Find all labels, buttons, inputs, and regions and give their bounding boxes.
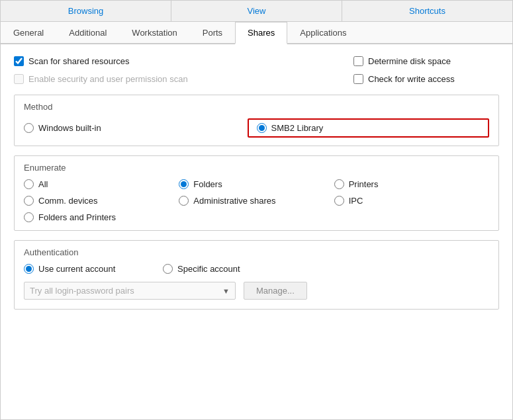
enumerate-grid: All Folders Printers Comm. devices Admin… [24,179,489,222]
enumerate-printers-radio[interactable] [334,179,344,189]
enumerate-folders-radio[interactable] [179,179,189,189]
tab-top-view[interactable]: View [171,1,342,21]
authentication-title: Authentication [24,247,489,257]
login-password-dropdown[interactable]: Try all login-password pairs ▼ [24,282,236,300]
authentication-section: Authentication Use current account Speci… [14,240,499,310]
tab-additional[interactable]: Additional [56,22,119,44]
tab-applications[interactable]: Applications [287,22,359,44]
enumerate-all[interactable]: All [24,179,179,189]
bottom-tab-bar: General Additional Workstation Ports Sha… [1,22,512,44]
method-smb2: SMB2 Library [248,118,490,138]
method-options: Windows built-in SMB2 Library [24,118,489,138]
enumerate-folders[interactable]: Folders [179,179,334,189]
enumerate-printers[interactable]: Printers [334,179,489,189]
dropdown-placeholder: Try all login-password pairs [30,286,134,296]
scan-shared-checkbox[interactable]: Scan for shared resources [14,56,129,66]
method-windows-label[interactable]: Windows built-in [24,123,130,133]
check-write-checkbox[interactable]: Check for write access [353,74,499,84]
enumerate-ipc-radio[interactable] [334,196,344,206]
method-title: Method [24,102,489,112]
method-section: Method Windows built-in SMB2 Library [14,95,499,146]
enumerate-folders-printers[interactable]: Folders and Printers [24,212,179,222]
check-write-input[interactable] [353,74,363,84]
enable-security-input[interactable] [14,74,24,84]
enumerate-folders-printers-radio[interactable] [24,212,34,222]
tab-top-shortcuts[interactable]: Shortcuts [342,1,512,21]
dropdown-arrow-icon: ▼ [222,287,230,295]
auth-current-radio[interactable] [24,264,34,274]
method-windows-radio[interactable] [24,123,34,133]
enumerate-comm-radio[interactable] [24,196,34,206]
enumerate-all-radio[interactable] [24,179,34,189]
method-smb2-radio[interactable] [257,123,267,133]
auth-bottom-row: Try all login-password pairs ▼ Manage... [24,282,489,300]
main-window: Browsing View Shortcuts General Addition… [0,0,513,420]
tab-shares[interactable]: Shares [235,22,287,44]
enable-security-checkbox[interactable]: Enable security and user permission scan [14,74,188,84]
tab-ports[interactable]: Ports [190,22,235,44]
scan-shared-input[interactable] [14,56,24,66]
enumerate-title: Enumerate [24,163,489,173]
manage-button[interactable]: Manage... [244,282,307,300]
enumerate-section: Enumerate All Folders Printers Comm. dev… [14,155,499,231]
determine-disk-input[interactable] [353,56,363,66]
determine-disk-checkbox[interactable]: Determine disk space [353,56,499,66]
method-windows: Windows built-in [24,123,248,133]
tab-general[interactable]: General [1,22,56,44]
tab-workstation[interactable]: Workstation [119,22,189,44]
content-area: Scan for shared resources Determine disk… [1,44,512,419]
enumerate-ipc[interactable]: IPC [334,196,489,206]
enumerate-admin[interactable]: Administrative shares [179,196,334,206]
enumerate-admin-radio[interactable] [179,196,189,206]
auth-options-row: Use current account Specific account [24,264,489,274]
auth-specific-account[interactable]: Specific account [163,264,269,274]
enumerate-comm[interactable]: Comm. devices [24,196,179,206]
auth-current-account[interactable]: Use current account [24,264,130,274]
auth-specific-radio[interactable] [163,264,173,274]
top-tab-bar: Browsing View Shortcuts [1,1,512,22]
tab-top-browsing[interactable]: Browsing [1,1,171,21]
method-smb2-label[interactable]: SMB2 Library [257,123,363,133]
